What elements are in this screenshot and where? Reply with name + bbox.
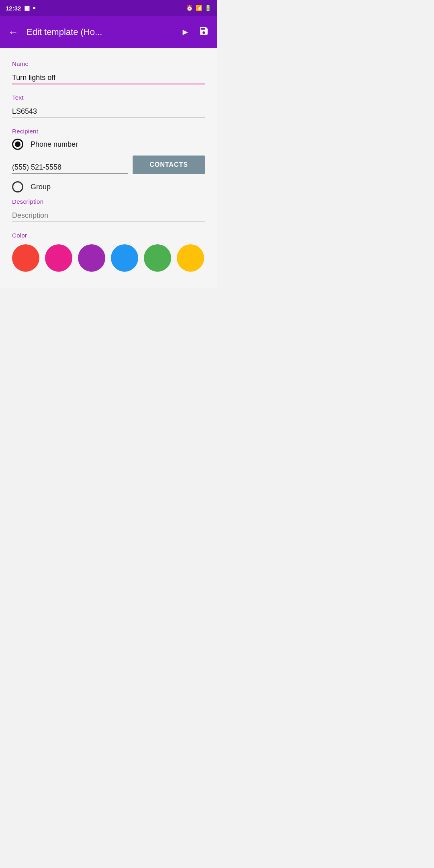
color-pink[interactable] <box>45 244 72 272</box>
battery-icon: 🔋 <box>205 5 211 11</box>
description-input[interactable] <box>12 209 205 222</box>
color-row <box>12 244 205 272</box>
text-label: Text <box>12 94 205 101</box>
send-button[interactable]: ► <box>181 27 190 37</box>
color-blue[interactable] <box>111 244 138 272</box>
contacts-button[interactable]: CONTACTS <box>133 156 205 174</box>
content: Name Text Recipient Phone number CONTACT… <box>0 48 217 288</box>
phone-radio-row: Phone number <box>12 139 205 150</box>
back-button[interactable]: ← <box>8 26 18 39</box>
description-label: Description <box>12 198 205 205</box>
group-radio-row: Group <box>12 181 205 192</box>
name-section: Name <box>12 60 205 84</box>
notification-dot <box>33 7 35 9</box>
save-button[interactable] <box>199 26 209 39</box>
app-bar-title: Edit template (Ho... <box>27 27 173 37</box>
recipient-label: Recipient <box>12 128 205 135</box>
phone-row: CONTACTS <box>12 156 205 174</box>
status-right: ⏰ 📶 🔋 <box>186 5 211 11</box>
alarm-icon: ⏰ <box>186 5 193 11</box>
status-time: 12:32 <box>6 5 21 12</box>
phone-radio-button[interactable] <box>12 139 23 150</box>
message-icon: ▩ <box>24 4 30 12</box>
app-bar: ← Edit template (Ho... ► <box>0 16 217 48</box>
app-bar-actions: ► <box>181 26 209 39</box>
signal-icon: 📶 <box>195 5 202 11</box>
name-input[interactable] <box>12 71 205 84</box>
status-left: 12:32 ▩ <box>6 4 35 12</box>
color-green[interactable] <box>144 244 171 272</box>
status-bar: 12:32 ▩ ⏰ 📶 🔋 <box>0 0 217 16</box>
group-radio-button[interactable] <box>12 181 23 192</box>
text-section: Text <box>12 94 205 118</box>
color-yellow[interactable] <box>177 244 204 272</box>
phone-input[interactable] <box>12 161 128 174</box>
color-label: Color <box>12 232 205 239</box>
group-radio-label: Group <box>31 183 51 191</box>
color-red[interactable] <box>12 244 39 272</box>
color-section: Color <box>12 232 205 272</box>
recipient-section: Recipient Phone number CONTACTS Group <box>12 128 205 192</box>
phone-radio-label: Phone number <box>31 140 78 149</box>
text-input[interactable] <box>12 105 205 118</box>
name-label: Name <box>12 60 205 67</box>
color-purple[interactable] <box>78 244 105 272</box>
description-section: Description <box>12 198 205 222</box>
